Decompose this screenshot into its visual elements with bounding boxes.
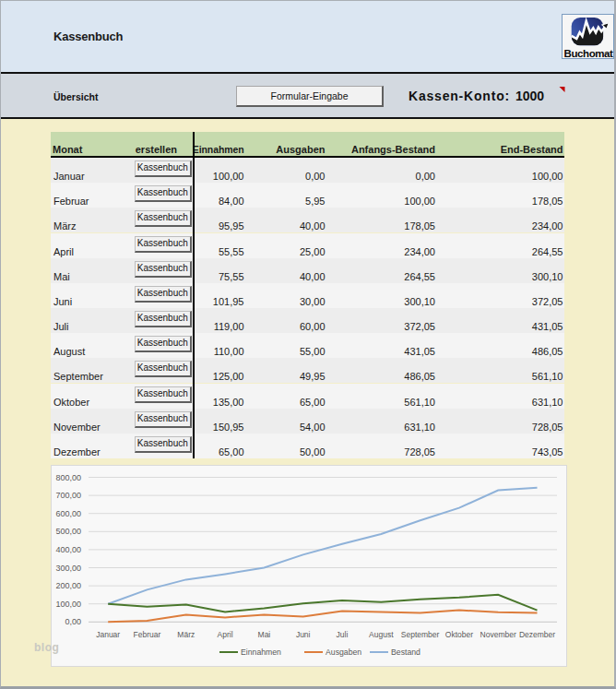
svg-text:Ausgaben: Ausgaben bbox=[326, 647, 361, 657]
svg-text:Februar: Februar bbox=[134, 630, 161, 639]
svg-text:200,00: 200,00 bbox=[55, 581, 81, 590]
svg-text:September: September bbox=[401, 630, 440, 639]
svg-text:Juli: Juli bbox=[337, 630, 349, 639]
svg-text:Einnahmen: Einnahmen bbox=[241, 647, 281, 657]
svg-text:Bestand: Bestand bbox=[391, 647, 421, 657]
svg-text:700,00: 700,00 bbox=[55, 491, 81, 500]
svg-text:April: April bbox=[218, 630, 233, 639]
svg-text:März: März bbox=[177, 630, 195, 639]
svg-text:500,00: 500,00 bbox=[55, 527, 81, 536]
svg-text:300,00: 300,00 bbox=[55, 564, 81, 573]
svg-text:Dezember: Dezember bbox=[519, 630, 555, 639]
svg-text:400,00: 400,00 bbox=[55, 545, 81, 554]
svg-text:800,00: 800,00 bbox=[55, 473, 81, 482]
svg-text:Juni: Juni bbox=[296, 630, 311, 639]
svg-text:Oktober: Oktober bbox=[445, 630, 473, 639]
svg-text:Januar: Januar bbox=[96, 630, 120, 639]
svg-text:100,00: 100,00 bbox=[55, 600, 81, 609]
svg-text:November: November bbox=[480, 630, 516, 639]
svg-text:Mai: Mai bbox=[258, 630, 271, 639]
svg-text:0,00: 0,00 bbox=[65, 617, 81, 626]
svg-text:600,00: 600,00 bbox=[55, 509, 81, 518]
svg-text:August: August bbox=[369, 630, 394, 639]
